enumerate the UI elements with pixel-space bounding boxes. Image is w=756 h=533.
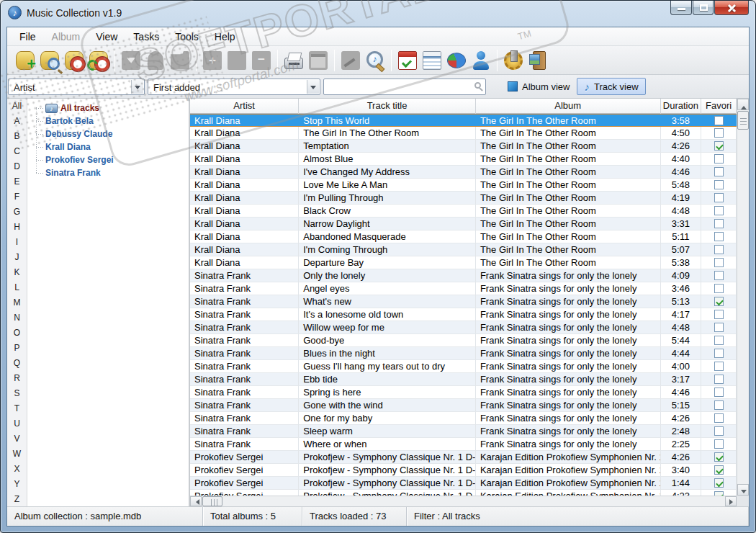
table-row[interactable]: Krall DianaI'm Pulling ThroughThe Girl I… [190, 192, 737, 205]
alphabet-item-t[interactable]: T [7, 401, 27, 416]
table-row[interactable]: Sinatra FrankWhat's newFrank Sinatra sin… [190, 295, 737, 308]
favorite-checkbox[interactable] [714, 193, 724, 202]
favorite-checkbox[interactable] [714, 478, 724, 488]
settings-gear-button[interactable] [501, 48, 526, 73]
alphabet-item-d[interactable]: D [7, 159, 27, 174]
minimize-button[interactable] [670, 1, 692, 15]
favorite-checkbox[interactable] [714, 245, 724, 254]
alphabet-item-s[interactable]: S [7, 386, 27, 401]
alphabet-item-q[interactable]: Q [7, 356, 27, 371]
table-row[interactable]: Krall DianaTemptationThe Girl In The Oth… [190, 140, 737, 153]
tree-item-all-tracks[interactable]: ♪All tracks [27, 102, 189, 115]
alphabet-item-n[interactable]: N [7, 310, 27, 326]
title-bar[interactable]: ♪ Music Collection v1.9 [1, 1, 755, 27]
table-row[interactable]: Sinatra FrankAngel eyesFrank Sinatra sin… [190, 282, 737, 295]
table-row[interactable]: Sinatra FrankGuess I'll hang my tears ou… [190, 360, 737, 373]
search-track-button[interactable] [363, 48, 387, 73]
column-header-artist[interactable]: Artist [190, 99, 299, 114]
table-row[interactable]: Sinatra FrankOnly the lonelyFrank Sinatr… [190, 269, 737, 282]
add-album-database-button[interactable] [13, 48, 37, 73]
favorite-checkbox[interactable] [714, 128, 724, 138]
scroll-up-button[interactable] [737, 99, 749, 110]
alphabet-item-h[interactable]: H [7, 220, 27, 235]
favorite-checkbox[interactable] [714, 426, 724, 436]
table-row[interactable]: Sinatra FrankWillow weep for meFrank Sin… [190, 321, 737, 334]
column-header-favori[interactable]: Favori [701, 99, 737, 114]
alphabet-item-o[interactable]: O [7, 326, 27, 341]
print-button[interactable] [282, 48, 306, 73]
alphabet-item-u[interactable]: U [7, 416, 27, 431]
alphabet-item-w[interactable]: W [7, 447, 27, 462]
favorite-checkbox[interactable] [714, 400, 724, 410]
alphabet-item-g[interactable]: G [7, 205, 27, 220]
favorite-checkbox[interactable] [714, 180, 724, 189]
table-row[interactable]: Krall DianaAbandoned MasqueradeThe Girl … [190, 230, 737, 243]
alphabet-item-f[interactable]: F [7, 189, 27, 205]
table-row[interactable]: Sinatra FrankBlues in the nightFrank Sin… [190, 347, 737, 360]
alphabet-item-k[interactable]: K [7, 265, 27, 280]
scroll-left-button[interactable] [190, 496, 202, 506]
menu-item-tasks[interactable]: Tasks [125, 28, 167, 45]
menu-item-view[interactable]: View [88, 28, 125, 45]
favorite-checkbox[interactable] [714, 439, 724, 449]
table-row[interactable]: Krall DianaAlmost BlueThe Girl In The Ot… [190, 153, 737, 166]
table-row[interactable]: Prokofiev SergeiProkofjew - Symphony Cla… [190, 464, 737, 477]
alphabet-item-b[interactable]: B [7, 129, 27, 144]
combo-drop-button[interactable] [131, 80, 143, 94]
favorite-checkbox[interactable] [714, 232, 724, 241]
scroll-right-button[interactable] [725, 496, 737, 506]
favorite-checkbox[interactable] [714, 310, 724, 319]
favorite-checkbox[interactable] [714, 116, 724, 125]
favorite-checkbox[interactable] [714, 206, 724, 215]
tree-item-bartok-bela[interactable]: Bartok Bela [27, 115, 189, 127]
sort-by-combo[interactable]: First added [148, 79, 320, 95]
table-row[interactable]: Krall DianaStop This WorldThe Girl In Th… [190, 114, 737, 127]
horizontal-scroll-thumb[interactable] [202, 496, 222, 506]
table-row[interactable]: Krall DianaI'm Coming ThroughThe Girl In… [190, 243, 737, 256]
scroll-down-button[interactable] [737, 484, 749, 496]
favorite-checkbox[interactable] [714, 284, 724, 293]
menu-item-album[interactable]: Album [44, 28, 89, 45]
table-row[interactable]: Sinatra FrankSleep warmFrank Sinatra sin… [190, 425, 737, 438]
alphabet-item-x[interactable]: X [7, 462, 27, 477]
alphabet-item-c[interactable]: C [7, 144, 27, 159]
table-row[interactable]: Sinatra FrankGone with the windFrank Sin… [190, 399, 737, 412]
favorite-checkbox[interactable] [714, 258, 724, 267]
close-button[interactable] [714, 1, 749, 15]
favorite-checkbox[interactable] [714, 465, 724, 475]
menu-item-tools[interactable]: Tools [167, 28, 207, 45]
favorite-checkbox[interactable] [714, 141, 724, 151]
tree-item-krall-diana[interactable]: Krall Diana [27, 140, 189, 153]
track-view-button[interactable]: ♪ Track view [577, 78, 645, 95]
favorite-checkbox[interactable] [714, 219, 724, 228]
alphabet-item-e[interactable]: E [7, 174, 27, 189]
table-row[interactable]: Sinatra FrankIt's a lonesome old townFra… [190, 308, 737, 321]
table-row[interactable]: Sinatra FrankSpring is hereFrank Sinatra… [190, 386, 737, 399]
open-database-search-button[interactable] [37, 48, 62, 73]
alphabet-item-l[interactable]: L [7, 280, 27, 295]
table-row[interactable]: Sinatra FrankOne for my babyFrank Sinatr… [190, 412, 737, 425]
favorite-checkbox[interactable] [714, 336, 724, 345]
combo-drop-button[interactable] [307, 80, 319, 94]
alphabet-item-z[interactable]: Z [7, 492, 27, 507]
favorite-checkbox[interactable] [714, 271, 724, 280]
alphabet-item-a[interactable]: A [7, 114, 27, 129]
alphabet-item-i[interactable]: I [7, 235, 27, 250]
tasks-calendar-button[interactable] [395, 48, 420, 73]
favorite-checkbox[interactable] [714, 362, 724, 371]
album-view-button[interactable]: Album view [500, 78, 577, 95]
favorite-checkbox[interactable] [714, 323, 724, 332]
backup-database-button[interactable] [62, 48, 86, 73]
favorite-checkbox[interactable] [714, 349, 724, 358]
vertical-scroll-thumb[interactable] [737, 111, 749, 130]
maximize-button[interactable] [693, 1, 714, 15]
column-header-album[interactable]: Album [476, 99, 661, 114]
group-by-combo[interactable]: Artist [8, 79, 145, 95]
tree-item-debussy-claude[interactable]: Debussy Claude [27, 127, 189, 140]
report-button[interactable] [420, 48, 444, 73]
alphabet-item-m[interactable]: M [7, 295, 27, 310]
table-row[interactable]: Krall DianaI've Changed My AddressThe Gi… [190, 166, 737, 179]
favorite-checkbox[interactable] [714, 154, 724, 164]
table-row[interactable]: Krall DianaNarrow DaylightThe Girl In Th… [190, 218, 737, 230]
table-row[interactable]: Krall DianaDeparture BayThe Girl In The … [190, 256, 737, 269]
